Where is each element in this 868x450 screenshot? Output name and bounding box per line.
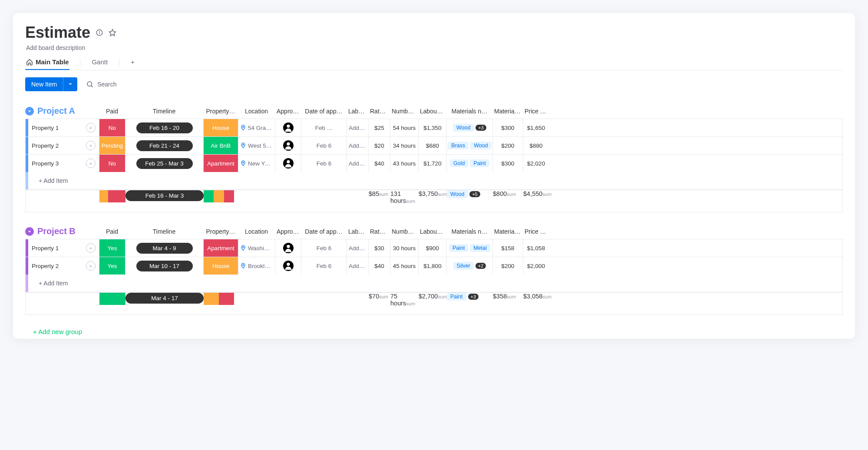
materials-cell[interactable]: GoldPaint: [446, 155, 492, 172]
board-title[interactable]: Estimate: [25, 23, 90, 42]
rate-cell[interactable]: $40: [368, 257, 390, 275]
column-header[interactable]: Numbe…: [390, 105, 418, 117]
approver-cell[interactable]: [275, 119, 301, 136]
approver-cell[interactable]: [275, 137, 301, 154]
price-cell[interactable]: $2,020: [523, 155, 549, 172]
timeline-cell[interactable]: Feb 25 - Mar 3: [125, 155, 203, 172]
material-cost-cell[interactable]: $300: [492, 119, 523, 136]
column-header[interactable]: Rate …: [368, 105, 390, 117]
tab-main-table[interactable]: Main Table: [25, 55, 69, 70]
table-row[interactable]: Property 1+YesMar 4 - 9ApartmentWashingt…: [25, 239, 843, 257]
rate-cell[interactable]: $20: [368, 137, 390, 154]
avatar[interactable]: [282, 242, 294, 254]
labour-desc-cell[interactable]: Add d…: [347, 239, 368, 257]
location-cell[interactable]: West 53r…: [238, 137, 275, 154]
material-cost-cell[interactable]: $158: [492, 239, 523, 257]
price-cell[interactable]: $1,650: [523, 119, 549, 136]
column-header[interactable]: Price t…: [523, 225, 549, 238]
hours-cell[interactable]: 34 hours: [390, 137, 418, 154]
approver-cell[interactable]: [275, 239, 301, 257]
materials-cell[interactable]: PaintMetal: [446, 239, 492, 257]
labour-desc-cell[interactable]: Add d…: [347, 155, 368, 172]
table-row[interactable]: Property 1+NoFeb 16 - 20House54 Grand…Fe…: [25, 119, 843, 136]
property-cell[interactable]: Air BnB: [203, 137, 238, 154]
location-cell[interactable]: 54 Grand…: [238, 119, 275, 136]
info-icon[interactable]: [96, 29, 103, 36]
column-header[interactable]: Timeline: [125, 225, 203, 238]
timeline-cell[interactable]: Feb 21 - 24: [125, 137, 203, 154]
avatar[interactable]: [282, 260, 294, 272]
conversation-icon[interactable]: +: [86, 159, 96, 168]
column-header[interactable]: Labo…: [347, 225, 368, 238]
add-item-row[interactable]: + Add Item: [25, 172, 843, 190]
table-row[interactable]: Property 2+YesMar 10 - 17HouseBrooklyn,……: [25, 257, 843, 275]
labour-desc-cell[interactable]: Add d…: [347, 119, 368, 136]
column-header[interactable]: Rate …: [368, 225, 390, 238]
column-header[interactable]: Paid: [99, 225, 125, 238]
conversation-icon[interactable]: +: [86, 261, 96, 271]
material-cost-cell[interactable]: $200: [492, 137, 523, 154]
price-cell[interactable]: $2,000: [523, 257, 549, 275]
labour-desc-cell[interactable]: Add d…: [347, 257, 368, 275]
paid-cell[interactable]: Pending: [99, 137, 125, 154]
labour-cost-cell[interactable]: $900: [418, 239, 446, 257]
labour-cost-cell[interactable]: $1,800: [418, 257, 446, 275]
column-header[interactable]: Materials n…: [446, 105, 492, 117]
column-header[interactable]: Paid: [99, 105, 125, 117]
column-header[interactable]: Numbe…: [390, 225, 418, 238]
paid-cell[interactable]: Yes: [99, 239, 125, 257]
price-cell[interactable]: $1,058: [523, 239, 549, 257]
date-cell[interactable]: Feb 6: [301, 137, 347, 154]
group-title[interactable]: Project B: [37, 226, 76, 236]
rate-cell[interactable]: $40: [368, 155, 390, 172]
conversation-icon[interactable]: +: [86, 123, 96, 132]
timeline-cell[interactable]: Feb 16 - 20: [125, 119, 203, 136]
labour-cost-cell[interactable]: $1,720: [418, 155, 446, 172]
add-item-row[interactable]: + Add Item: [25, 275, 843, 292]
item-name-cell[interactable]: Property 1+: [25, 239, 99, 257]
item-name-cell[interactable]: Property 1+: [25, 119, 99, 136]
new-item-button[interactable]: New Item: [25, 77, 63, 91]
material-cost-cell[interactable]: $300: [492, 155, 523, 172]
column-header[interactable]: Location: [238, 225, 275, 238]
date-cell[interactable]: Feb 6: [301, 239, 347, 257]
collapse-toggle[interactable]: [25, 227, 34, 236]
paid-cell[interactable]: No: [99, 119, 125, 136]
conversation-icon[interactable]: +: [86, 141, 96, 150]
item-name-cell[interactable]: Property 2+: [25, 137, 99, 154]
date-cell[interactable]: Feb 6: [301, 257, 347, 275]
avatar[interactable]: [282, 139, 294, 152]
table-row[interactable]: Property 3+NoFeb 25 - Mar 3ApartmentNew …: [25, 154, 843, 172]
hours-cell[interactable]: 30 hours: [390, 239, 418, 257]
column-header[interactable]: Materials n…: [446, 225, 492, 238]
property-cell[interactable]: Apartment: [203, 155, 238, 172]
paid-cell[interactable]: No: [99, 155, 125, 172]
board-description[interactable]: Add board description: [26, 44, 843, 51]
approver-cell[interactable]: [275, 155, 301, 172]
column-header[interactable]: Price t…: [523, 105, 549, 117]
paid-cell[interactable]: Yes: [99, 257, 125, 275]
price-cell[interactable]: $880: [523, 137, 549, 154]
column-header[interactable]: Material …: [492, 105, 523, 117]
tab-gantt[interactable]: Gantt: [91, 55, 109, 70]
collapse-toggle[interactable]: [25, 107, 34, 116]
avatar[interactable]: [282, 157, 294, 169]
item-name-cell[interactable]: Property 3+: [25, 155, 99, 172]
property-cell[interactable]: Apartment: [203, 239, 238, 257]
timeline-cell[interactable]: Mar 10 - 17: [125, 257, 203, 275]
item-name-cell[interactable]: Property 2+: [25, 257, 99, 275]
column-header[interactable]: Approver: [275, 105, 301, 117]
approver-cell[interactable]: [275, 257, 301, 275]
column-header[interactable]: Property…: [203, 225, 238, 238]
location-cell[interactable]: Washingt…: [238, 239, 275, 257]
column-header[interactable]: Date of app…: [301, 105, 347, 117]
column-header[interactable]: Location: [238, 105, 275, 117]
add-group-button[interactable]: + Add new group: [25, 326, 843, 335]
property-cell[interactable]: House: [203, 257, 238, 275]
date-cell[interactable]: Feb 6: [301, 155, 347, 172]
column-header[interactable]: Labo…: [347, 105, 368, 117]
materials-cell[interactable]: Wood+3: [446, 119, 492, 136]
column-header[interactable]: Approver: [275, 225, 301, 238]
hours-cell[interactable]: 54 hours: [390, 119, 418, 136]
search-input[interactable]: Search: [86, 80, 116, 88]
